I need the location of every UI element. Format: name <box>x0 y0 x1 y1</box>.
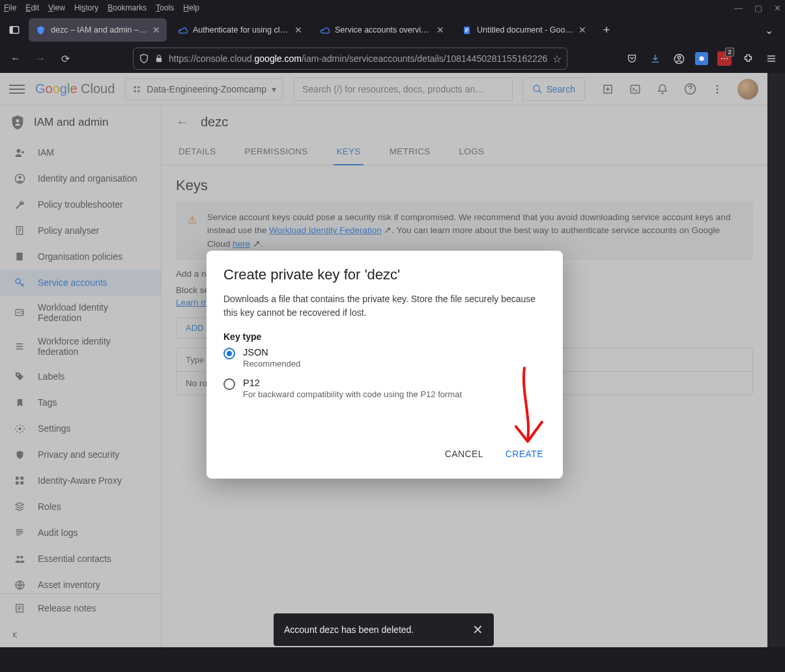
sidebar-item-asset-inventory[interactable]: Asset inventory <box>0 572 161 593</box>
extension-blue-icon[interactable] <box>695 52 708 65</box>
menu-file[interactable]: File <box>4 3 16 12</box>
sidebar-item-audit-logs[interactable]: Audit logs <box>0 520 161 546</box>
sidebar-item-identity-aware-proxy[interactable]: Identity-Aware Proxy <box>0 468 161 494</box>
project-picker[interactable]: Data-Engineering-Zoomcamp ▾ <box>125 78 283 100</box>
cancel-button[interactable]: CANCEL <box>442 445 486 463</box>
lines-icon <box>13 526 26 539</box>
svg-point-19 <box>717 85 719 87</box>
sidebar-item-policy-troubleshooter[interactable]: Policy troubleshooter <box>0 191 161 217</box>
shield-tracking-icon[interactable] <box>139 53 149 64</box>
hamburger-menu-icon[interactable] <box>764 51 778 66</box>
account-icon[interactable] <box>672 51 686 66</box>
pocket-icon[interactable] <box>625 51 639 66</box>
address-bar[interactable]: https://console.cloud.google.com/iam-adm… <box>133 48 567 70</box>
key-type-p12-option[interactable]: P12 For backward compatibility with code… <box>223 378 546 399</box>
notifications-icon[interactable] <box>655 82 670 96</box>
assistant-icon[interactable] <box>601 82 615 96</box>
browser-tab-1[interactable]: Authenticate for using client lib ✕ <box>171 18 309 42</box>
sidebar-item-workforce-identity-federation[interactable]: Workforce identity federation <box>0 329 161 363</box>
sidebar-item-policy-analyser[interactable]: Policy analyser <box>0 217 161 244</box>
bookmark-star-icon[interactable]: ☆ <box>552 53 562 65</box>
user-avatar[interactable] <box>737 79 758 100</box>
lock-icon[interactable] <box>154 54 164 63</box>
sidebar-item-roles[interactable]: Roles <box>0 494 161 520</box>
gcloud-search-input[interactable]: Search (/) for resources, docs, products… <box>294 77 513 101</box>
project-name: Data-Engineering-Zoomcamp <box>147 84 266 94</box>
sidebar-item-identity-and-organisation[interactable]: Identity and organisation <box>0 165 161 191</box>
sidebar-release-notes[interactable]: Release notes <box>0 595 161 621</box>
download-icon[interactable] <box>648 51 663 66</box>
back-button[interactable]: ← <box>7 49 25 68</box>
sidebar-item-workload-identity-federation[interactable]: Workload Identity Federation <box>0 296 161 329</box>
more-icon[interactable] <box>710 82 724 96</box>
back-arrow-button[interactable]: ← <box>176 115 189 130</box>
tab-close-icon[interactable]: ✕ <box>152 25 160 35</box>
sidebar-item-labels[interactable]: Labels <box>0 363 161 389</box>
browser-tab-3[interactable]: Untitled document - Google Do ✕ <box>455 18 593 42</box>
menu-tools[interactable]: Tools <box>156 3 174 12</box>
radio-selected-icon[interactable] <box>223 348 235 359</box>
detail-tabs: DETAILSPERMISSIONSKEYSMETRICSLOGS <box>162 139 767 165</box>
chevron-down-icon: ▾ <box>272 84 276 94</box>
collapse-sidebar-button[interactable] <box>0 623 161 647</box>
window-close[interactable]: ✕ <box>774 3 781 13</box>
google-cloud-logo[interactable]: Google Cloud <box>35 81 115 96</box>
sidebar-item-privacy-and-security[interactable]: Privacy and security <box>0 441 161 468</box>
sidebar-item-settings[interactable]: Settings <box>0 415 161 441</box>
firefox-view-button[interactable] <box>4 20 25 40</box>
gcloud-search-button[interactable]: Search <box>522 77 585 101</box>
forward-button[interactable]: → <box>31 49 50 68</box>
tab-title: Service accounts overview | IA <box>335 25 431 35</box>
svg-rect-29 <box>16 309 23 315</box>
extensions-icon[interactable] <box>741 51 755 66</box>
sidebar-item-iam[interactable]: IAM <box>0 139 161 165</box>
new-tab-button[interactable]: + <box>597 20 616 40</box>
window-minimize[interactable]: — <box>734 3 743 13</box>
svg-point-20 <box>717 88 719 90</box>
help-icon[interactable] <box>683 82 697 96</box>
browser-scrollbar[interactable] <box>767 73 785 647</box>
sidebar-item-essential-contacts[interactable]: Essential contacts <box>0 546 161 572</box>
svg-point-25 <box>18 176 21 178</box>
radio-unselected-icon[interactable] <box>223 378 235 390</box>
tab-overflow-button[interactable]: ⌄ <box>757 24 781 36</box>
globe-icon <box>13 578 26 591</box>
tab-close-icon[interactable]: ✕ <box>294 25 302 35</box>
workload-identity-link[interactable]: Workload Identity Federation <box>269 225 381 235</box>
menu-view[interactable]: View <box>48 3 65 12</box>
tab-title: Authenticate for using client lib <box>193 25 289 35</box>
sidebar-item-service-accounts[interactable]: Service accounts <box>0 270 161 296</box>
tab-keys[interactable]: KEYS <box>334 139 363 165</box>
window-maximize[interactable]: ▢ <box>754 3 762 13</box>
toast-close-icon[interactable]: ✕ <box>472 622 483 637</box>
sidebar-item-tags[interactable]: Tags <box>0 389 161 415</box>
cloud-shell-icon[interactable] <box>628 82 642 96</box>
tab-logs[interactable]: LOGS <box>457 139 487 165</box>
sidebar-title: IAM and admin <box>34 116 108 129</box>
tab-title: dezc – IAM and admin – Data-E <box>51 25 147 35</box>
svg-point-23 <box>16 148 20 152</box>
browser-tab-0[interactable]: dezc – IAM and admin – Data-E ✕ <box>29 18 167 42</box>
tab-permissions[interactable]: PERMISSIONS <box>242 139 310 165</box>
extension-noscript-icon[interactable]: ⋯ <box>717 51 732 66</box>
tab-close-icon[interactable]: ✕ <box>578 25 586 35</box>
tab-favicon-shield-icon <box>35 25 46 35</box>
menu-help[interactable]: Help <box>183 3 199 12</box>
tab-metrics[interactable]: METRICS <box>387 139 433 165</box>
key-type-json-option[interactable]: JSON Recommended <box>223 347 546 369</box>
learn-more-link[interactable]: here <box>233 239 250 249</box>
tab-close-icon[interactable]: ✕ <box>436 25 444 35</box>
menu-bookmarks[interactable]: Bookmarks <box>107 3 147 12</box>
gear-icon <box>13 422 26 435</box>
svg-rect-35 <box>16 481 19 484</box>
browser-tab-2[interactable]: Service accounts overview | IA ✕ <box>313 18 451 42</box>
learn-more-partial[interactable]: Learn m <box>176 298 208 307</box>
nav-menu-button[interactable] <box>9 81 25 97</box>
sidebar-item-organisation-policies[interactable]: Organisation policies <box>0 244 161 270</box>
svg-point-38 <box>20 555 23 558</box>
tab-details[interactable]: DETAILS <box>176 139 218 165</box>
menu-history[interactable]: History <box>74 3 98 12</box>
create-button[interactable]: CREATE <box>503 445 546 463</box>
reload-button[interactable]: ⟳ <box>56 49 74 68</box>
menu-edit[interactable]: Edit <box>25 3 39 12</box>
